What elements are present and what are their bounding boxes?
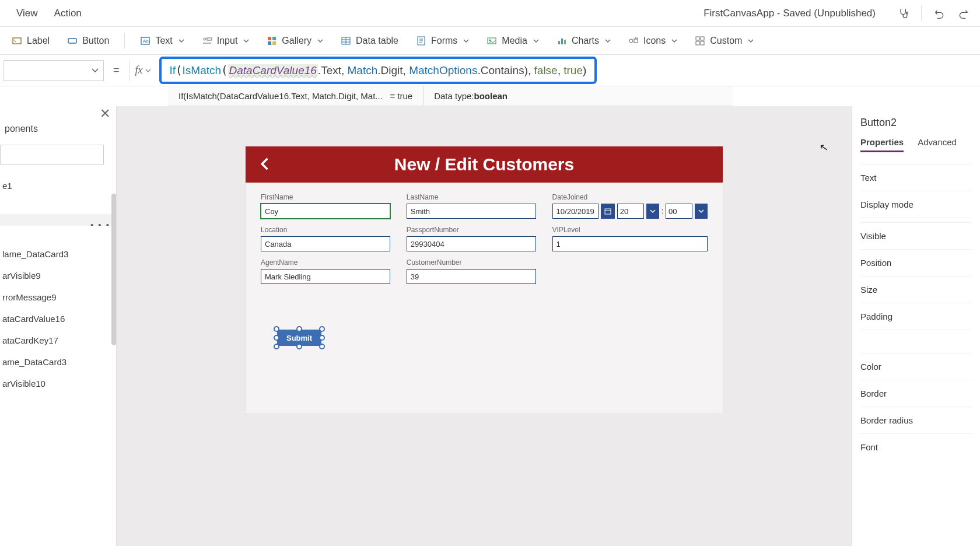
input-custnum[interactable] — [407, 269, 536, 284]
tree-item[interactable]: arVisible10 — [0, 373, 116, 394]
scrollbar-thumb[interactable] — [111, 194, 116, 345]
app-canvas[interactable]: New / Edit Customers FirstName LastName … — [245, 146, 723, 414]
chevron-down-icon[interactable] — [695, 204, 708, 219]
input-lastname[interactable] — [407, 204, 536, 219]
prop-border-radius[interactable]: Border radius — [860, 407, 972, 433]
tree-item[interactable]: lame_DataCard3 — [0, 243, 116, 265]
chevron-down-icon — [243, 38, 249, 44]
ribbon-charts[interactable]: Charts — [550, 33, 618, 48]
ribbon: Label Button Abc Text Input Gallery Data… — [0, 27, 980, 55]
icons-icon — [628, 36, 639, 46]
selection-handle[interactable] — [319, 326, 325, 332]
ribbon-icons[interactable]: Icons — [621, 33, 684, 48]
svg-rect-8 — [272, 37, 276, 40]
svg-rect-24 — [605, 209, 611, 214]
prop-display-mode[interactable]: Display mode — [860, 191, 972, 218]
chevron-down-icon — [533, 38, 539, 44]
calendar-icon[interactable] — [601, 204, 615, 219]
tree-search-input[interactable] — [0, 145, 104, 164]
tree-item-selected[interactable]: • • • — [0, 214, 116, 226]
input-location[interactable] — [261, 236, 390, 251]
property-selector[interactable] — [4, 60, 104, 81]
properties-pane: Button2 Properties Advanced Text Display… — [852, 106, 980, 546]
ribbon-gallery[interactable]: Gallery — [260, 33, 330, 48]
tab-advanced[interactable]: Advanced — [918, 137, 957, 152]
selection-handle[interactable] — [296, 344, 302, 349]
chevron-down-icon[interactable] — [646, 204, 659, 219]
input-passport[interactable] — [407, 236, 536, 251]
svg-rect-9 — [268, 41, 271, 45]
prop-size[interactable]: Size — [860, 276, 972, 303]
chevron-down-icon — [671, 38, 677, 44]
tree-view-pane: ✕ ponents e1 • • • lame_DataCard3 arVisi… — [0, 106, 117, 546]
svg-rect-7 — [268, 37, 271, 40]
datatype-value: boolean — [474, 91, 508, 101]
selection-handle[interactable] — [319, 335, 325, 341]
ribbon-label[interactable]: Label — [5, 33, 57, 48]
label-datejoined: DateJoined — [552, 193, 708, 201]
ribbon-input[interactable]: Input — [195, 33, 257, 48]
chevron-down-icon — [605, 38, 611, 44]
select-minute[interactable]: 00 — [666, 204, 692, 219]
svg-rect-20 — [696, 37, 699, 40]
chevron-down-icon — [748, 38, 754, 44]
input-icon — [202, 36, 212, 46]
prop-text[interactable]: Text — [860, 164, 972, 191]
close-icon[interactable]: ✕ — [100, 106, 110, 121]
svg-rect-23 — [701, 41, 704, 45]
prop-border[interactable]: Border — [860, 380, 972, 407]
tree-item[interactable]: ataCardValue16 — [0, 308, 116, 330]
select-hour[interactable]: 20 — [617, 204, 644, 219]
equals-sign: = — [104, 64, 129, 76]
ribbon-custom[interactable]: Custom — [688, 33, 761, 48]
svg-rect-6 — [207, 38, 212, 40]
media-icon — [487, 36, 497, 46]
canvas-header: New / Edit Customers — [246, 146, 723, 183]
selection-handle[interactable] — [319, 344, 325, 349]
tree-item[interactable]: ataCardKey17 — [0, 330, 116, 351]
tree-item[interactable]: e1 — [0, 175, 116, 197]
selection-handle[interactable] — [274, 326, 279, 332]
tab-properties[interactable]: Properties — [860, 137, 904, 152]
custom-icon — [695, 36, 705, 46]
tree-item[interactable]: rrorMessage9 — [0, 286, 116, 308]
formula-result-bar: If(IsMatch(DataCardValue16.Text, Match.D… — [168, 86, 733, 106]
formula-result-expr: If(IsMatch(DataCardValue16.Text, Match.D… — [178, 91, 383, 101]
left-tab-components[interactable]: ponents — [0, 106, 116, 141]
selection-handle[interactable] — [296, 326, 302, 332]
ribbon-media[interactable]: Media — [480, 33, 546, 48]
menu-view[interactable]: View — [16, 8, 38, 19]
stethoscope-icon[interactable] — [897, 6, 911, 20]
prop-padding[interactable]: Padding — [860, 303, 972, 330]
input-datejoined[interactable]: 10/20/2019 — [552, 204, 598, 219]
ribbon-datatable[interactable]: Data table — [334, 33, 405, 48]
prop-color[interactable]: Color — [860, 353, 972, 380]
selection-handle[interactable] — [274, 344, 279, 349]
formula-input[interactable]: If(IsMatch(DataCardValue16.Text, Match.D… — [159, 57, 597, 84]
prop-position[interactable]: Position — [860, 249, 972, 276]
input-vip[interactable] — [552, 236, 708, 251]
tree-item[interactable]: arVisible9 — [0, 265, 116, 286]
undo-icon[interactable] — [932, 6, 946, 20]
button-icon — [67, 36, 78, 46]
more-icon[interactable]: • • • — [90, 220, 110, 226]
ribbon-button[interactable]: Button — [60, 33, 116, 48]
selected-control-name: Button2 — [860, 117, 972, 129]
selection-handle[interactable] — [274, 335, 279, 341]
tree-item[interactable]: ame_DataCard3 — [0, 351, 116, 373]
forms-icon — [416, 36, 426, 46]
redo-icon[interactable] — [957, 6, 971, 20]
svg-rect-22 — [696, 41, 699, 45]
submit-button-selected[interactable]: Submit — [277, 330, 321, 346]
ribbon-text[interactable]: Abc Text — [133, 33, 191, 48]
menu-action[interactable]: Action — [54, 8, 82, 19]
ribbon-forms[interactable]: Forms — [409, 33, 476, 48]
prop-visible[interactable]: Visible — [860, 222, 972, 249]
svg-rect-19 — [634, 39, 638, 43]
input-firstname[interactable] — [261, 204, 390, 219]
back-icon[interactable] — [257, 156, 274, 174]
input-agent[interactable] — [261, 269, 390, 284]
prop-font[interactable]: Font — [860, 433, 972, 460]
fx-button[interactable]: fx — [129, 60, 157, 81]
label-vip: VIPLevel — [552, 226, 708, 234]
